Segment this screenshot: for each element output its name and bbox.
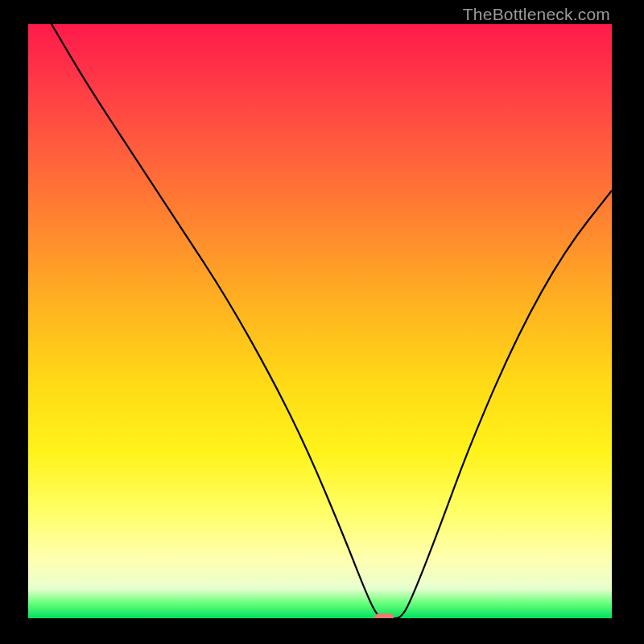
chart-frame: TheBottleneck.com [0, 0, 644, 644]
bottleneck-curve [52, 24, 612, 618]
curve-layer [28, 24, 612, 618]
watermark-text: TheBottleneck.com [463, 5, 610, 24]
optimal-marker [374, 613, 394, 618]
plot-area [28, 24, 612, 618]
